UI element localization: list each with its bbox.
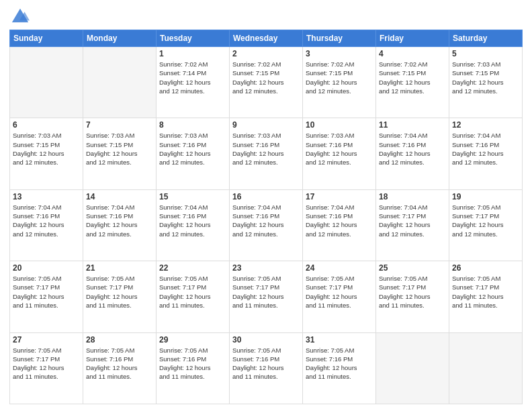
day-number: 29 [159,335,226,345]
day-number: 14 [86,192,153,201]
calendar-cell: 28Sunrise: 7:05 AM Sunset: 7:16 PM Dayli… [83,332,157,404]
day-number: 2 [232,49,300,58]
day-info: Sunrise: 7:05 AM Sunset: 7:17 PM Dayligh… [379,274,446,310]
day-number: 30 [232,335,300,345]
day-info: Sunrise: 7:04 AM Sunset: 7:17 PM Dayligh… [379,203,446,238]
day-number: 25 [379,263,446,273]
calendar-header-saturday: Saturday [449,30,523,47]
day-number: 18 [379,192,446,201]
calendar-cell: 20Sunrise: 7:05 AM Sunset: 7:17 PM Dayli… [10,261,83,332]
day-info: Sunrise: 7:05 AM Sunset: 7:16 PM Dayligh… [86,346,153,381]
day-number: 7 [86,120,153,130]
calendar-cell: 7Sunrise: 7:03 AM Sunset: 7:15 PM Daylig… [83,118,157,189]
day-number: 27 [13,335,80,345]
day-number: 6 [13,120,80,130]
calendar-cell [10,47,83,118]
calendar-cell: 2Sunrise: 7:02 AM Sunset: 7:15 PM Daylig… [230,47,303,118]
day-info: Sunrise: 7:04 AM Sunset: 7:16 PM Dayligh… [452,131,519,167]
day-info: Sunrise: 7:05 AM Sunset: 7:17 PM Dayligh… [306,274,373,310]
calendar-week-row: 13Sunrise: 7:04 AM Sunset: 7:16 PM Dayli… [10,189,523,261]
calendar-cell: 22Sunrise: 7:05 AM Sunset: 7:17 PM Dayli… [157,261,230,332]
day-info: Sunrise: 7:02 AM Sunset: 7:15 PM Dayligh… [379,60,446,95]
day-number: 28 [86,335,153,345]
day-info: Sunrise: 7:05 AM Sunset: 7:17 PM Dayligh… [13,274,80,310]
calendar-header-monday: Monday [83,30,157,47]
day-info: Sunrise: 7:04 AM Sunset: 7:16 PM Dayligh… [13,203,80,238]
calendar-cell: 25Sunrise: 7:05 AM Sunset: 7:17 PM Dayli… [376,261,449,332]
day-number: 11 [379,120,446,130]
calendar-cell: 26Sunrise: 7:05 AM Sunset: 7:17 PM Dayli… [449,261,523,332]
day-number: 10 [306,120,373,130]
calendar-header-tuesday: Tuesday [157,30,230,47]
calendar-week-row: 27Sunrise: 7:05 AM Sunset: 7:17 PM Dayli… [10,332,523,404]
calendar-cell: 6Sunrise: 7:03 AM Sunset: 7:15 PM Daylig… [10,118,83,189]
page: SundayMondayTuesdayWednesdayThursdayFrid… [0,0,532,411]
calendar-cell: 19Sunrise: 7:05 AM Sunset: 7:17 PM Dayli… [449,189,523,261]
calendar-cell: 4Sunrise: 7:02 AM Sunset: 7:15 PM Daylig… [376,47,449,118]
calendar-header-wednesday: Wednesday [230,30,303,47]
calendar-cell [449,332,523,404]
day-info: Sunrise: 7:03 AM Sunset: 7:15 PM Dayligh… [86,131,153,167]
day-number: 22 [159,263,226,273]
day-number: 26 [452,263,519,273]
calendar-cell: 21Sunrise: 7:05 AM Sunset: 7:17 PM Dayli… [83,261,157,332]
day-info: Sunrise: 7:05 AM Sunset: 7:17 PM Dayligh… [232,274,300,310]
day-number: 20 [13,263,80,273]
day-info: Sunrise: 7:04 AM Sunset: 7:16 PM Dayligh… [306,203,373,238]
calendar-cell [376,332,449,404]
day-info: Sunrise: 7:03 AM Sunset: 7:16 PM Dayligh… [159,131,226,167]
calendar-cell: 8Sunrise: 7:03 AM Sunset: 7:16 PM Daylig… [157,118,230,189]
day-info: Sunrise: 7:02 AM Sunset: 7:15 PM Dayligh… [232,60,300,95]
day-info: Sunrise: 7:03 AM Sunset: 7:15 PM Dayligh… [13,131,80,167]
calendar-header-sunday: Sunday [10,30,83,47]
day-info: Sunrise: 7:05 AM Sunset: 7:16 PM Dayligh… [232,346,300,381]
day-number: 13 [13,192,80,201]
day-number: 23 [232,263,300,273]
day-number: 1 [159,49,226,58]
day-info: Sunrise: 7:02 AM Sunset: 7:14 PM Dayligh… [159,60,226,95]
day-info: Sunrise: 7:03 AM Sunset: 7:15 PM Dayligh… [452,60,519,95]
day-info: Sunrise: 7:04 AM Sunset: 7:16 PM Dayligh… [379,131,446,167]
calendar-cell: 13Sunrise: 7:04 AM Sunset: 7:16 PM Dayli… [10,189,83,261]
calendar-cell: 17Sunrise: 7:04 AM Sunset: 7:16 PM Dayli… [303,189,376,261]
calendar-header-row: SundayMondayTuesdayWednesdayThursdayFrid… [10,30,523,47]
day-number: 3 [306,49,373,58]
header [9,7,523,26]
day-info: Sunrise: 7:05 AM Sunset: 7:17 PM Dayligh… [159,274,226,310]
day-info: Sunrise: 7:04 AM Sunset: 7:16 PM Dayligh… [86,203,153,238]
day-number: 8 [159,120,226,130]
calendar-header-friday: Friday [376,30,449,47]
calendar-cell: 14Sunrise: 7:04 AM Sunset: 7:16 PM Dayli… [83,189,157,261]
day-number: 21 [86,263,153,273]
day-info: Sunrise: 7:05 AM Sunset: 7:17 PM Dayligh… [452,274,519,310]
calendar-cell: 15Sunrise: 7:04 AM Sunset: 7:16 PM Dayli… [157,189,230,261]
calendar-cell: 27Sunrise: 7:05 AM Sunset: 7:17 PM Dayli… [10,332,83,404]
calendar-cell: 11Sunrise: 7:04 AM Sunset: 7:16 PM Dayli… [376,118,449,189]
day-info: Sunrise: 7:05 AM Sunset: 7:16 PM Dayligh… [306,346,373,381]
calendar-cell: 3Sunrise: 7:02 AM Sunset: 7:15 PM Daylig… [303,47,376,118]
calendar-cell [83,47,157,118]
calendar-cell: 29Sunrise: 7:05 AM Sunset: 7:16 PM Dayli… [157,332,230,404]
calendar-cell: 23Sunrise: 7:05 AM Sunset: 7:17 PM Dayli… [230,261,303,332]
calendar-cell: 16Sunrise: 7:04 AM Sunset: 7:16 PM Dayli… [230,189,303,261]
calendar-cell: 10Sunrise: 7:03 AM Sunset: 7:16 PM Dayli… [303,118,376,189]
day-number: 5 [452,49,519,58]
calendar-table: SundayMondayTuesdayWednesdayThursdayFrid… [9,30,523,404]
calendar-cell: 9Sunrise: 7:03 AM Sunset: 7:16 PM Daylig… [230,118,303,189]
day-number: 9 [232,120,300,130]
day-info: Sunrise: 7:03 AM Sunset: 7:16 PM Dayligh… [306,131,373,167]
calendar-cell: 5Sunrise: 7:03 AM Sunset: 7:15 PM Daylig… [449,47,523,118]
calendar-week-row: 1Sunrise: 7:02 AM Sunset: 7:14 PM Daylig… [10,47,523,118]
calendar-cell: 12Sunrise: 7:04 AM Sunset: 7:16 PM Dayli… [449,118,523,189]
logo-icon [11,7,30,26]
day-number: 12 [452,120,519,130]
calendar-cell: 30Sunrise: 7:05 AM Sunset: 7:16 PM Dayli… [230,332,303,404]
calendar-header-thursday: Thursday [303,30,376,47]
day-info: Sunrise: 7:05 AM Sunset: 7:17 PM Dayligh… [86,274,153,310]
day-number: 24 [306,263,373,273]
calendar-cell: 31Sunrise: 7:05 AM Sunset: 7:16 PM Dayli… [303,332,376,404]
calendar-week-row: 20Sunrise: 7:05 AM Sunset: 7:17 PM Dayli… [10,261,523,332]
day-info: Sunrise: 7:05 AM Sunset: 7:17 PM Dayligh… [13,346,80,381]
day-number: 15 [159,192,226,201]
day-number: 31 [306,335,373,345]
